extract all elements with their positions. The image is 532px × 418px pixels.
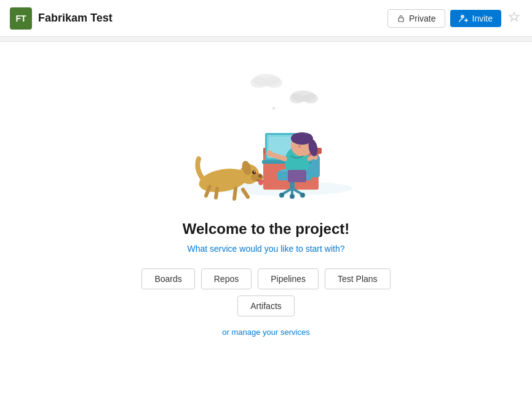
svg-point-11 [272, 107, 275, 110]
private-label: Private [409, 14, 436, 23]
svg-rect-0 [399, 18, 403, 22]
main-content: Welcome to the project! What service wou… [0, 42, 532, 337]
svg-point-22 [279, 193, 284, 198]
svg-line-46 [216, 188, 217, 198]
invite-label: Invite [472, 14, 493, 23]
svg-point-41 [254, 171, 255, 172]
svg-point-23 [300, 193, 305, 198]
invite-button[interactable]: Invite [450, 10, 501, 27]
private-button[interactable]: Private [387, 9, 445, 28]
svg-point-35 [298, 145, 301, 148]
welcome-title: Welcome to the project! [183, 220, 350, 238]
svg-point-1 [461, 15, 464, 18]
welcome-illustration [162, 54, 371, 214]
svg-rect-30 [288, 170, 306, 182]
header-actions: Private Invite [387, 9, 522, 28]
artifacts-button[interactable]: Artifacts [237, 295, 295, 316]
service-buttons-row1: Boards Repos Pipelines Test Plans [141, 268, 390, 289]
pipelines-button[interactable]: Pipelines [258, 268, 319, 289]
sub-header-bar [0, 37, 532, 42]
star-icon [509, 11, 520, 22]
svg-point-24 [290, 194, 295, 199]
svg-point-7 [265, 77, 282, 88]
svg-point-6 [250, 77, 268, 88]
svg-marker-4 [509, 12, 519, 21]
repos-button[interactable]: Repos [201, 268, 252, 289]
svg-line-43 [234, 188, 236, 199]
svg-point-9 [290, 94, 304, 103]
test-plans-button[interactable]: Test Plans [325, 268, 391, 289]
invite-icon [459, 14, 469, 23]
svg-point-10 [303, 94, 318, 103]
svg-point-39 [258, 174, 262, 178]
welcome-subtitle: What service would you like to start wit… [188, 244, 345, 254]
svg-point-40 [252, 171, 256, 174]
star-button[interactable] [506, 9, 522, 28]
manage-services-link[interactable]: or manage your services [222, 328, 309, 337]
boards-button[interactable]: Boards [141, 268, 194, 289]
svg-point-31 [266, 150, 272, 156]
project-avatar: FT [10, 7, 32, 30]
svg-point-47 [258, 179, 263, 185]
service-buttons-row2: Artifacts [237, 295, 295, 316]
lock-icon [397, 14, 405, 23]
project-name: Fabrikam Test [38, 12, 387, 25]
header: FT Fabrikam Test Private Invite [0, 0, 532, 37]
